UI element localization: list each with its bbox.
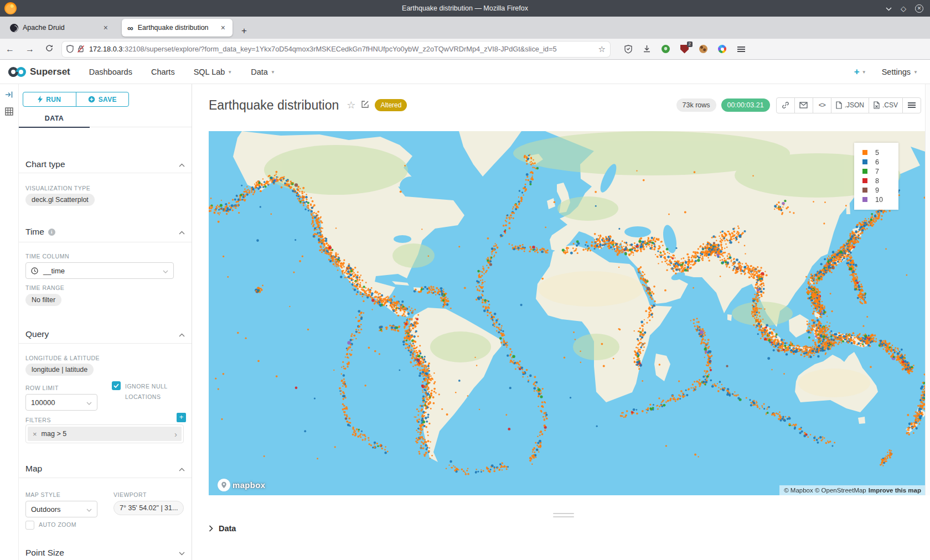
download-icon[interactable] <box>642 44 652 54</box>
new-tab-button[interactable]: + <box>238 25 250 39</box>
ublock-icon[interactable]: 2 <box>680 44 689 54</box>
superset-logo[interactable]: Superset <box>8 66 70 78</box>
left-rail <box>0 84 18 560</box>
forward-icon[interactable]: → <box>20 44 40 54</box>
auto-zoom-checkbox[interactable]: AUTO ZOOM <box>25 521 76 530</box>
attribution-text[interactable]: © Mapbox © OpenStreetMap <box>784 487 866 494</box>
panel-drag-handle[interactable] <box>553 513 574 520</box>
chevron-up-icon[interactable] <box>179 159 185 169</box>
ublock-badge: 2 <box>687 42 693 47</box>
chevron-up-icon[interactable] <box>179 464 185 474</box>
legend-item: 5 <box>854 148 898 157</box>
insecure-lock-icon[interactable] <box>77 45 85 53</box>
extension-green-icon[interactable] <box>661 44 670 54</box>
bookmark-star-icon[interactable]: ☆ <box>598 44 606 54</box>
filter-list: × mag > 5 › <box>25 424 184 443</box>
collapse-panel-icon[interactable] <box>5 91 18 101</box>
edit-properties-icon[interactable] <box>361 100 369 111</box>
settings-menu[interactable]: Settings▼ <box>882 68 918 76</box>
earthquake-scatter-layer <box>209 131 930 495</box>
cookie-extension-icon[interactable] <box>699 44 708 54</box>
row-limit-label: ROW LIMIT <box>25 385 59 391</box>
time-column-label: TIME COLUMN <box>25 253 69 260</box>
ignore-null-checkbox[interactable]: IGNORE NULLLOCATIONS <box>112 381 187 403</box>
legend-item: 7 <box>854 167 898 176</box>
nav-dashboards[interactable]: Dashboards <box>89 68 132 76</box>
url-bar[interactable]: 172.18.0.3:32108/superset/explore/?form_… <box>62 42 610 57</box>
url-text[interactable]: 172.18.0.3:32108/superset/explore/?form_… <box>89 45 594 53</box>
chevron-right-icon <box>209 525 213 532</box>
section-map[interactable]: Map <box>25 464 185 474</box>
add-filter-button[interactable]: + <box>177 413 186 422</box>
chevron-up-icon[interactable] <box>179 227 185 237</box>
brand-name: Superset <box>30 66 70 77</box>
minimize-icon[interactable] <box>886 5 892 12</box>
legend-item: 9 <box>854 185 898 195</box>
menu-icon[interactable] <box>736 44 746 54</box>
legend-swatch <box>862 169 867 174</box>
favorite-star-icon[interactable]: ☆ <box>347 99 355 111</box>
mapbox-logo[interactable]: mapbox <box>218 479 265 491</box>
chevron-down-icon <box>86 505 92 514</box>
checkbox-checked-icon[interactable] <box>112 381 121 390</box>
legend-swatch <box>862 159 867 164</box>
tab-close-icon[interactable]: × <box>219 23 227 32</box>
checkbox-unchecked-icon[interactable] <box>25 521 34 530</box>
scrollbar[interactable] <box>925 84 930 560</box>
map-style-select[interactable]: Outdoors <box>25 501 97 517</box>
embed-code-button[interactable]: <> <box>813 97 831 113</box>
chevron-down-icon <box>163 267 168 275</box>
section-query[interactable]: Query <box>25 329 185 339</box>
browser-toolbar: ← → 172.18.0.3:32108/superset/explore/?f… <box>0 39 930 60</box>
export-csv-button[interactable]: .CSV <box>869 97 903 113</box>
export-json-button[interactable]: .JSON <box>831 97 869 113</box>
deckgl-map[interactable]: 5 6 7 8 9 10 mapbox © Mapbox © OpenStree… <box>209 131 930 495</box>
legend-swatch <box>862 188 867 193</box>
window-title: Earthquake distribution — Mozilla Firefo… <box>0 4 930 12</box>
altered-badge[interactable]: Altered <box>375 99 407 111</box>
time-range-value[interactable]: No filter <box>25 294 61 306</box>
section-chart-type[interactable]: Chart type <box>25 159 185 169</box>
row-limit-select[interactable]: 100000 <box>25 394 97 411</box>
remove-filter-icon[interactable]: × <box>28 430 42 438</box>
tab-earthquake-distribution[interactable]: ∞ Earthquake distribution × <box>122 19 232 37</box>
nav-charts[interactable]: Charts <box>151 68 175 76</box>
dataset-grid-icon[interactable] <box>5 107 18 118</box>
mapbox-wordmark: mapbox <box>232 480 265 490</box>
tracking-shield-icon[interactable] <box>66 45 74 53</box>
new-dropdown-button[interactable]: +▼ <box>854 66 866 77</box>
share-link-button[interactable] <box>776 97 795 113</box>
row-count-badge: 73k rows <box>676 98 716 112</box>
info-icon[interactable]: i <box>48 229 55 236</box>
magnitude-legend: 5 6 7 8 9 10 <box>854 143 898 210</box>
nav-sql-lab[interactable]: SQL Lab▼ <box>194 68 232 76</box>
save-button[interactable]: SAVE <box>76 92 130 107</box>
data-section-toggle[interactable]: Data <box>209 524 236 533</box>
filter-item[interactable]: × mag > 5 › <box>28 427 182 441</box>
section-time[interactable]: Time i <box>25 227 185 237</box>
viewport-value[interactable]: 7° 35' 54.02" | 31... <box>113 501 184 515</box>
tab-close-icon[interactable]: × <box>102 23 110 32</box>
chevron-up-icon[interactable] <box>179 329 185 339</box>
run-button[interactable]: RUN <box>23 92 76 107</box>
maximize-icon[interactable]: ◇ <box>901 5 906 12</box>
chart-menu-button[interactable] <box>902 97 921 113</box>
email-button[interactable] <box>794 97 813 113</box>
improve-map-link[interactable]: Improve this map <box>869 487 921 494</box>
tab-apache-druid[interactable]: Apache Druid × <box>4 19 115 37</box>
back-icon[interactable]: ← <box>0 44 20 54</box>
close-icon[interactable]: ✕ <box>915 4 923 13</box>
reload-icon[interactable] <box>40 44 59 54</box>
nav-data[interactable]: Data▼ <box>251 68 275 76</box>
visualization-type-value[interactable]: deck.gl Scatterplot <box>25 194 95 206</box>
legend-item: 8 <box>854 176 898 185</box>
time-column-select[interactable]: __time <box>25 262 174 279</box>
chevron-down-icon[interactable] <box>179 548 185 558</box>
pocket-shield-icon[interactable] <box>623 44 633 54</box>
pinwheel-extension-icon[interactable] <box>717 44 727 54</box>
tab-data[interactable]: DATA <box>19 115 90 128</box>
section-point-size[interactable]: Point Size <box>25 548 185 558</box>
control-panel: RUN SAVE DATA Chart type VISUALIZATION T… <box>18 84 192 560</box>
lonlat-value[interactable]: longitude | latitude <box>25 364 94 376</box>
chevron-right-icon[interactable]: › <box>174 429 182 439</box>
